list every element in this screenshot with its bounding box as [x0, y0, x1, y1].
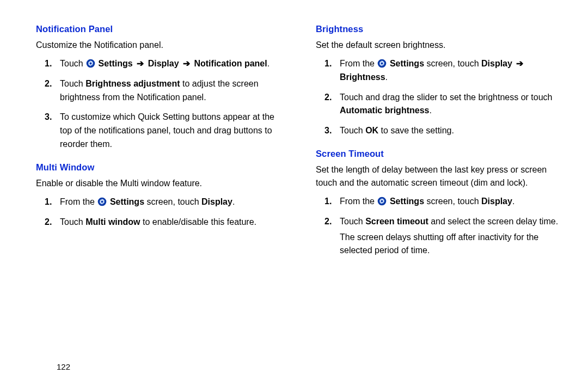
- desc-notification-panel: Customize the Notification panel.: [36, 39, 286, 52]
- step: Touch Settings ➔ Display ➔ Notification …: [52, 57, 286, 71]
- step: Touch Multi window to enable/disable thi…: [52, 216, 286, 229]
- step: Touch and drag the slider to set the bri…: [332, 91, 566, 118]
- steps-multi-window: From the Settings screen, touch Display.…: [36, 195, 286, 229]
- step-text: From the: [340, 197, 377, 206]
- section-brightness: Brightness Set the default screen bright…: [316, 24, 566, 138]
- step-text: Touch: [340, 126, 365, 135]
- step-text: Touch: [60, 217, 85, 226]
- step-text: screen, touch: [424, 59, 481, 68]
- step-text: From the: [60, 197, 97, 206]
- bold-term: Screen timeout: [365, 217, 428, 226]
- bold-term: Display: [481, 59, 512, 68]
- steps-notification-panel: Touch Settings ➔ Display ➔ Notification …: [36, 57, 286, 151]
- step-text: To customize which Quick Setting buttons…: [60, 112, 274, 149]
- step: Touch Brightness adjustment to adjust th…: [52, 77, 286, 105]
- step: From the Settings screen, touch Display …: [332, 57, 566, 84]
- desc-multi-window: Enable or disable the Multi window featu…: [36, 177, 286, 190]
- bold-term: Brightness adjustment: [85, 79, 180, 88]
- section-screen-timeout: Screen Timeout Set the length of delay b…: [316, 149, 566, 257]
- manual-page: Notification Panel Customize the Notific…: [0, 0, 588, 392]
- bold-term: Display: [481, 197, 512, 206]
- step: From the Settings screen, touch Display.: [332, 195, 566, 209]
- left-column: Notification Panel Customize the Notific…: [36, 24, 286, 392]
- step-text: From the: [340, 59, 377, 68]
- bold-term: Settings: [390, 59, 424, 68]
- path-part: Notification panel: [194, 59, 267, 68]
- steps-screen-timeout: From the Settings screen, touch Display.…: [316, 195, 566, 257]
- bold-term: Settings: [390, 197, 424, 206]
- arrow-icon: ➔: [135, 59, 145, 68]
- step-text: Touch and drag the slider to set the bri…: [340, 93, 552, 102]
- step: To customize which Quick Setting buttons…: [52, 111, 286, 151]
- bold-term: Automatic brightness: [340, 106, 429, 115]
- step-text: .: [429, 106, 431, 115]
- step-text: .: [232, 197, 235, 206]
- steps-brightness: From the Settings screen, touch Display …: [316, 57, 566, 138]
- desc-brightness: Set the default screen brightness.: [316, 39, 566, 52]
- step-text: to save the setting.: [378, 126, 454, 135]
- bold-term: Brightness: [340, 72, 385, 82]
- step-text: Touch: [340, 217, 365, 226]
- step-text: .: [267, 59, 270, 68]
- path-part: Display: [148, 59, 179, 68]
- settings-gear-icon: [86, 59, 95, 68]
- step-trail: The screen delays shutting off after ina…: [340, 231, 566, 257]
- step-text: Touch: [60, 79, 85, 88]
- step-text: Touch: [60, 59, 85, 68]
- heading-screen-timeout: Screen Timeout: [316, 149, 566, 159]
- arrow-icon: ➔: [514, 59, 525, 68]
- settings-gear-icon: [377, 197, 387, 206]
- right-column: Brightness Set the default screen bright…: [316, 24, 566, 392]
- section-multi-window: Multi Window Enable or disable the Multi…: [36, 162, 286, 229]
- desc-screen-timeout: Set the length of delay between the last…: [316, 163, 566, 189]
- arrow-icon: ➔: [181, 59, 192, 68]
- heading-notification-panel: Notification Panel: [36, 24, 286, 34]
- bold-term: Settings: [110, 197, 144, 206]
- step: From the Settings screen, touch Display.: [52, 195, 286, 209]
- step-text: .: [385, 72, 388, 82]
- bold-term: Multi window: [85, 217, 140, 226]
- section-notification-panel: Notification Panel Customize the Notific…: [36, 24, 286, 151]
- step-text: screen, touch: [424, 197, 481, 206]
- step-text: .: [512, 197, 514, 206]
- bold-term: OK: [365, 126, 378, 135]
- heading-multi-window: Multi Window: [36, 162, 286, 173]
- settings-gear-icon: [97, 197, 107, 206]
- step-text: to enable/disable this feature.: [140, 217, 256, 226]
- step-text: and select the screen delay time.: [428, 217, 558, 226]
- settings-gear-icon: [377, 59, 387, 68]
- page-number: 122: [57, 362, 70, 371]
- step-text: screen, touch: [144, 197, 201, 206]
- step: Touch Screen timeout and select the scre…: [332, 215, 566, 257]
- heading-brightness: Brightness: [316, 24, 566, 34]
- path-part: Settings: [99, 59, 133, 68]
- step: Touch OK to save the setting.: [332, 124, 566, 138]
- bold-term: Display: [201, 197, 232, 206]
